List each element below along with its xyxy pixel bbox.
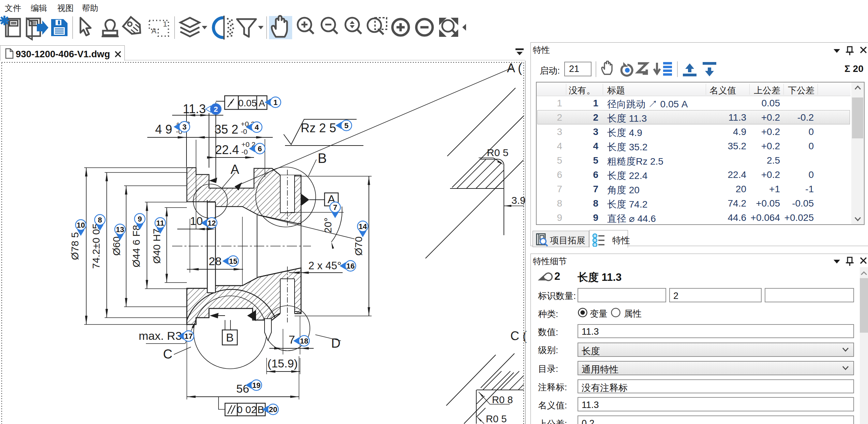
svg-text:A (: A ( bbox=[507, 61, 522, 75]
svg-text:28: 28 bbox=[209, 255, 222, 268]
svg-text:20°: 20° bbox=[322, 217, 333, 233]
svg-text:Ø40 H7: Ø40 H7 bbox=[151, 228, 162, 263]
svg-text:19: 19 bbox=[252, 381, 260, 390]
svg-text:1: 1 bbox=[273, 98, 278, 107]
svg-text:4: 4 bbox=[255, 123, 259, 132]
svg-text:4 9: 4 9 bbox=[155, 122, 172, 136]
svg-text:max. R3: max. R3 bbox=[139, 329, 182, 342]
svg-text:A: A bbox=[259, 98, 265, 108]
svg-text:Ø44 6 F8: Ø44 6 F8 bbox=[131, 225, 142, 267]
svg-text:3: 3 bbox=[182, 123, 186, 131]
svg-text:2: 2 bbox=[214, 105, 218, 113]
svg-text:C (2: C (2 bbox=[510, 329, 527, 343]
svg-text:-0: -0 bbox=[241, 127, 247, 135]
svg-text:D: D bbox=[331, 336, 340, 350]
svg-text:15: 15 bbox=[229, 257, 237, 266]
svg-text:Rz 2 5: Rz 2 5 bbox=[301, 121, 336, 135]
svg-text:22.4: 22.4 bbox=[215, 143, 239, 157]
svg-text:7: 7 bbox=[333, 203, 337, 212]
svg-text:0 02: 0 02 bbox=[237, 404, 257, 415]
svg-text:R0 5: R0 5 bbox=[487, 147, 508, 158]
svg-text:9: 9 bbox=[138, 215, 142, 223]
svg-text:Ø70: Ø70 bbox=[353, 237, 364, 256]
svg-text:17: 17 bbox=[184, 332, 193, 340]
svg-text:B: B bbox=[226, 331, 234, 344]
svg-text:B: B bbox=[318, 151, 327, 166]
svg-text:7: 7 bbox=[289, 333, 295, 346]
svg-text:R0 5: R0 5 bbox=[486, 413, 507, 424]
svg-text:C: C bbox=[163, 347, 172, 361]
svg-text:-0: -0 bbox=[241, 148, 248, 156]
svg-text:20: 20 bbox=[269, 405, 277, 414]
svg-text:10: 10 bbox=[77, 221, 85, 229]
svg-text:13: 13 bbox=[116, 225, 124, 234]
svg-text:Ø78 5: Ø78 5 bbox=[69, 232, 80, 260]
svg-text:A: A bbox=[230, 162, 239, 177]
svg-text:R0 8: R0 8 bbox=[492, 394, 513, 405]
svg-text:35 2: 35 2 bbox=[214, 122, 238, 136]
svg-text:6: 6 bbox=[258, 145, 262, 153]
svg-text:12: 12 bbox=[208, 219, 216, 227]
svg-text:2 x 45°: 2 x 45° bbox=[309, 260, 342, 272]
svg-text:0.05: 0.05 bbox=[238, 98, 257, 108]
svg-text:10: 10 bbox=[190, 214, 203, 227]
svg-text:16: 16 bbox=[346, 262, 355, 270]
svg-text:11: 11 bbox=[156, 219, 164, 227]
svg-text:18: 18 bbox=[300, 337, 308, 345]
svg-text:56: 56 bbox=[236, 382, 249, 395]
svg-text:(15.9): (15.9) bbox=[268, 357, 298, 370]
svg-text:8: 8 bbox=[98, 216, 102, 224]
svg-text:14: 14 bbox=[359, 222, 367, 231]
svg-text:3.9: 3.9 bbox=[511, 195, 526, 206]
svg-text:5: 5 bbox=[344, 121, 348, 130]
svg-text:11.3: 11.3 bbox=[183, 102, 206, 116]
